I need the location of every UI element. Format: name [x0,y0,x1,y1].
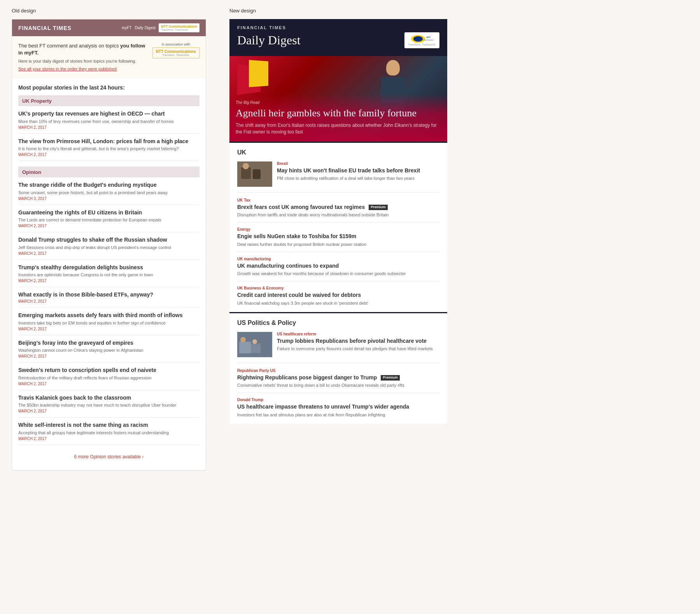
new-article-title-trump-lobby[interactable]: Trump lobbies Republicans before pivotal… [277,337,439,344]
old-design-label: Old design [12,8,206,14]
new-hero-tag: The Big Read [236,100,441,105]
old-category-uk-property: UK Property [18,95,200,106]
old-ntt-logo-box-text: NTT Communications [156,49,196,54]
new-list-article-energy: Energy Engie sells NuGen stake to Toshib… [237,227,439,252]
old-ft-logo: FINANCIAL TIMES [18,25,72,31]
old-article-desc: Investors are optimistic because Congres… [18,272,200,277]
svg-point-1 [413,36,423,42]
old-more-opinion-link[interactable]: 6 more Opinion stories available › [18,449,200,464]
new-hero-title[interactable]: Agnelli heir gambles with the family for… [236,107,441,119]
svg-point-13 [252,339,257,344]
new-article-tag-healthcare: US healthcare reform [277,332,439,336]
old-design-panel: Old design FINANCIAL TIMES myFT Daily Di… [0,0,218,614]
old-article-title[interactable]: Trump's stealthy deregulation delights b… [18,264,200,271]
new-article-desc-repub: Conservative rebels' threat to bring dow… [237,382,439,388]
new-article-tag-creditcard: UK Business & Economy [237,286,439,290]
svg-point-7 [243,163,249,169]
flag-yellow-decoration [249,60,268,87]
old-ntt-logo-img: NTT Communications Transform. Transcend. [152,47,200,58]
old-article-title[interactable]: What exactly is in those Bible-based ETF… [18,291,200,298]
new-article-tag-brexit: Brexit [277,161,439,166]
old-article-desc: It is home to the city's literati and gl… [18,146,200,151]
old-article-title[interactable]: Sweden's return to conscription spells e… [18,367,200,374]
old-article-title[interactable]: White self-interest is not the same thin… [18,421,200,428]
old-article-desc: The Lords are correct to demand immediat… [18,217,200,223]
old-article-title[interactable]: Emerging markets assets defy fears with … [18,312,200,319]
trump-article-image [237,332,272,357]
old-opinion-article-7: Sweden's return to conscription spells e… [18,367,200,390]
new-featured-img-trump [237,332,272,357]
new-header-row: Daily Digest NTT Communications Transfor… [237,32,439,48]
old-ntt-logo-text: NTT Communications [161,25,197,28]
old-ntt-assoc-label: In association with [152,42,200,46]
new-article-title-creditcard[interactable]: Credit card interest could be waived for… [237,291,439,298]
svg-text:NTT: NTT [427,36,430,39]
old-article-desc: Accepting that all groups have legitimat… [18,430,200,435]
new-header: FINANCIAL TIMES Daily Digest NTT Communi… [229,19,447,56]
old-ntt-badge: NTT Communications Transform. Transcend. [159,23,200,32]
old-article-date: MARCH 2, 2017 [18,153,200,157]
old-see-all-link[interactable]: See all your stories in the order they w… [18,67,117,71]
old-article-desc: More than 10% of levy revenues come from… [18,119,200,124]
new-article-title-agenda[interactable]: US healthcare impasse threatens to unrav… [237,403,439,410]
old-opinion-article-9: White self-interest is not the same thin… [18,421,200,445]
old-article-title[interactable]: UK's property tax revenues are highest i… [18,110,200,117]
old-article-title[interactable]: Beijing's foray into the graveyard of em… [18,339,200,346]
new-email-wrapper: FINANCIAL TIMES Daily Digest NTT Communi… [229,19,447,424]
old-article-date: MARCH 2, 2017 [18,251,200,256]
old-article-title[interactable]: The view from Primrose Hill, London: pri… [18,138,200,145]
old-article-date: MARCH 2, 2017 [18,409,200,413]
new-featured-article-brexit: Brexit May hints UK won't finalise EU tr… [237,161,439,193]
old-intro-section: In association with NTT Communications T… [12,36,206,78]
old-opinion-article-1: Guaranteeing the rights of EU citizens i… [18,209,200,232]
new-hero-overlay: The Big Read Agnelli heir gambles with t… [229,94,447,142]
new-article-title-energy[interactable]: Engie sells NuGen stake to Toshiba for $… [237,233,439,240]
new-featured-content-trump: US healthcare reform Trump lobbies Repub… [277,332,439,357]
old-ntt-assoc: In association with NTT Communications T… [152,42,200,58]
old-most-popular-section: Most popular stories in the last 24 hour… [12,78,206,470]
old-opinion-article-5: Emerging markets assets defy fears with … [18,312,200,335]
old-article-title[interactable]: Travis Kalanick goes back to the classro… [18,394,200,401]
old-article-ukprop-1: UK's property tax revenues are highest i… [18,110,200,133]
old-ntt-logo-sub: Transform. Transcend. [161,28,197,31]
new-article-title-repub[interactable]: Rightwing Republicans pose biggest dange… [237,374,439,381]
old-article-date: MARCH 2, 2017 [18,224,200,228]
new-list-article-agenda: Donald Trump US healthcare impasse threa… [237,398,439,417]
new-article-title-brexit[interactable]: May hints UK won't finalise EU trade tal… [277,167,439,174]
new-ft-logo: FINANCIAL TIMES [237,25,439,30]
new-daily-digest-title: Daily Digest [237,33,301,47]
new-ntt-badge: NTT Communications Transform. Transcend. [404,32,439,48]
old-article-title[interactable]: Donald Trump struggles to shake off the … [18,236,200,243]
svg-text:Communications: Communications [424,39,434,41]
new-article-title-uktax[interactable]: Brexit fears cost UK among favoured tax … [237,203,439,211]
old-header-right: myFT Daily Digest NTT Communications Tra… [122,23,200,32]
new-hero-section: The Big Read Agnelli heir gambles with t… [229,56,447,142]
old-article-desc: Jeff Sessions crisis and drip-drip of le… [18,245,200,250]
new-uk-section-title: UK [237,149,439,156]
old-article-date: MARCH 3, 2017 [18,196,200,201]
new-article-tag-ukmanuf: UK manufacturing [237,257,439,261]
new-uk-section: UK Brexit May hints UK won't finalise EU… [229,142,447,312]
old-article-date: MARCH 2, 2017 [18,437,200,441]
old-article-desc: Washington cannot count on China's stayi… [18,347,200,353]
old-article-ukprop-2: The view from Primrose Hill, London: pri… [18,138,200,161]
old-opinion-article-0: The strange riddle of the Budget's endur… [18,181,200,205]
old-article-date: MARCH 2, 2017 [18,279,200,283]
old-category-opinion: Opinion [18,167,200,177]
ntt-communications-logo: NTT Communications [410,35,434,43]
new-article-desc-energy: Deal raises further doubts for proposed … [237,242,439,247]
old-opinion-article-4: What exactly is in those Bible-based ETF… [18,291,200,308]
new-article-title-ukmanuf[interactable]: UK manufacturing continues to expand [237,262,439,269]
svg-rect-9 [239,342,251,353]
new-list-article-ukmanuf: UK manufacturing UK manufacturing contin… [237,257,439,281]
opinion-articles-container: The strange riddle of the Budget's endur… [18,181,200,445]
new-premium-badge-repub: Premium [381,375,400,381]
new-premium-badge: Premium [369,205,388,210]
old-article-title[interactable]: The strange riddle of the Budget's endur… [18,181,200,188]
new-list-article-creditcard: UK Business & Economy Credit card intere… [237,286,439,305]
old-opinion-article-2: Donald Trump struggles to shake off the … [18,236,200,260]
new-featured-article-trump: US healthcare reform Trump lobbies Repub… [237,332,439,363]
old-article-title[interactable]: Guaranteeing the rights of EU citizens i… [18,209,200,216]
new-design-panel: New design FINANCIAL TIMES Daily Digest … [218,0,700,614]
svg-point-12 [240,337,246,342]
